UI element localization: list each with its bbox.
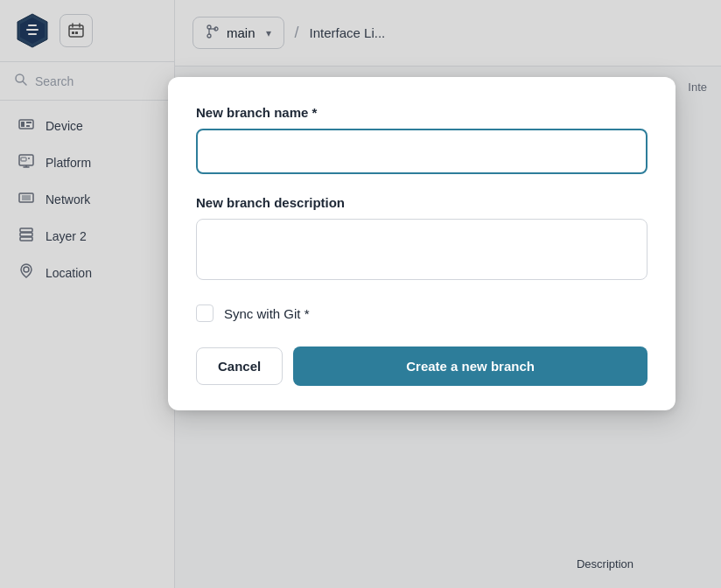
sync-git-checkbox[interactable] xyxy=(196,304,214,322)
modal-actions: Cancel Create a new branch xyxy=(196,346,648,386)
branch-name-input[interactable] xyxy=(196,129,648,174)
branch-name-label: New branch name * xyxy=(196,105,648,120)
create-branch-button[interactable]: Create a new branch xyxy=(293,346,648,386)
branch-description-input[interactable] xyxy=(196,219,648,280)
sync-git-row: Sync with Git * xyxy=(196,304,648,322)
create-branch-modal: New branch name * New branch description… xyxy=(168,77,676,410)
sync-git-label: Sync with Git * xyxy=(224,306,310,321)
cancel-button[interactable]: Cancel xyxy=(196,347,283,385)
branch-desc-label: New branch description xyxy=(196,195,648,210)
